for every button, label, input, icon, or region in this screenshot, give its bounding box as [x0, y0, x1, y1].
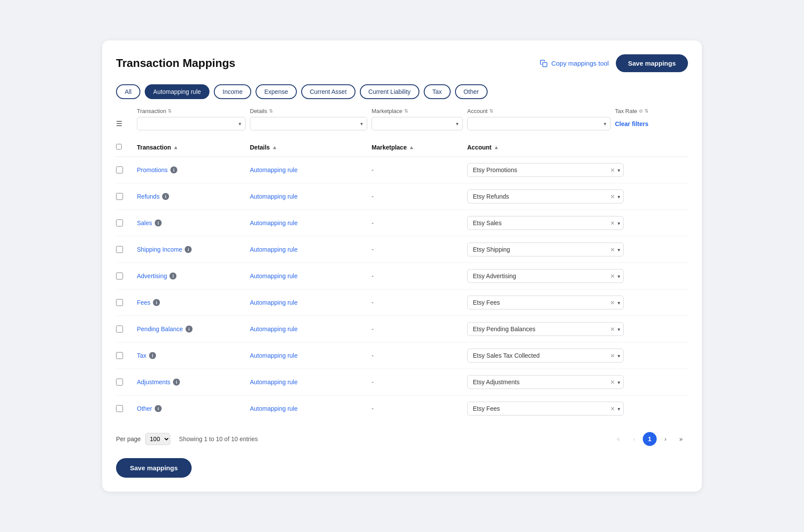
- marketplace-filter[interactable]: [372, 117, 463, 130]
- transaction-link-1[interactable]: Refunds: [137, 193, 159, 200]
- info-icon-4[interactable]: i: [169, 273, 176, 279]
- select-all-checkbox[interactable]: [116, 144, 122, 150]
- clear-filters-button[interactable]: Clear filters: [615, 120, 648, 127]
- account-chevron-2[interactable]: ▾: [618, 220, 620, 226]
- details-link-1[interactable]: Automapping rule: [250, 193, 298, 200]
- details-link-2[interactable]: Automapping rule: [250, 219, 298, 226]
- account-select-2[interactable]: Etsy Sales: [467, 216, 624, 230]
- account-chevron-6[interactable]: ▾: [618, 326, 620, 332]
- account-select-5[interactable]: Etsy Fees: [467, 296, 624, 309]
- th-sort-account[interactable]: ▲: [494, 144, 499, 150]
- info-icon-0[interactable]: i: [170, 166, 177, 173]
- info-icon-8[interactable]: i: [173, 379, 180, 386]
- account-clear-2[interactable]: ✕: [610, 220, 615, 226]
- info-icon-1[interactable]: i: [162, 193, 169, 200]
- row-checkbox-5[interactable]: [116, 299, 123, 306]
- row-checkbox-0[interactable]: [116, 166, 123, 173]
- account-select-6[interactable]: Etsy Pending Balances: [467, 322, 624, 336]
- tab-income[interactable]: Income: [214, 84, 251, 99]
- th-sort-transaction[interactable]: ▲: [173, 144, 179, 150]
- info-icon-9[interactable]: i: [155, 405, 162, 412]
- row-checkbox-6[interactable]: [116, 326, 123, 332]
- tab-other[interactable]: Other: [455, 84, 488, 99]
- first-page-button[interactable]: «: [611, 432, 625, 446]
- account-chevron-3[interactable]: ▾: [618, 246, 620, 253]
- account-chevron-5[interactable]: ▾: [618, 299, 620, 306]
- account-select-3[interactable]: Etsy Shipping: [467, 243, 624, 256]
- account-clear-0[interactable]: ✕: [610, 167, 615, 173]
- account-clear-3[interactable]: ✕: [610, 246, 615, 253]
- account-clear-8[interactable]: ✕: [610, 379, 615, 386]
- sort-icon-account[interactable]: ⇅: [489, 108, 493, 114]
- account-chevron-4[interactable]: ▾: [618, 273, 620, 279]
- info-icon-5[interactable]: i: [153, 299, 160, 306]
- row-checkbox-4[interactable]: [116, 273, 123, 279]
- info-icon-6[interactable]: i: [186, 326, 193, 332]
- info-icon-2[interactable]: i: [155, 219, 162, 226]
- details-link-5[interactable]: Automapping rule: [250, 299, 298, 306]
- account-clear-7[interactable]: ✕: [610, 352, 615, 359]
- row-checkbox-3[interactable]: [116, 246, 123, 253]
- row-checkbox-1[interactable]: [116, 193, 123, 200]
- row-checkbox-9[interactable]: [116, 405, 123, 412]
- transaction-link-7[interactable]: Tax: [137, 352, 146, 359]
- transaction-link-5[interactable]: Fees: [137, 299, 150, 306]
- sort-icon-tax-rate[interactable]: ⇅: [645, 108, 648, 114]
- details-filter[interactable]: [250, 117, 367, 130]
- account-clear-9[interactable]: ✕: [610, 406, 615, 412]
- details-link-9[interactable]: Automapping rule: [250, 405, 298, 412]
- transaction-link-3[interactable]: Shipping Income: [137, 246, 182, 253]
- account-chevron-9[interactable]: ▾: [618, 406, 620, 412]
- account-chevron-8[interactable]: ▾: [618, 379, 620, 385]
- tab-all[interactable]: All: [116, 84, 140, 99]
- account-select-4[interactable]: Etsy Advertising: [467, 269, 624, 283]
- info-icon-7[interactable]: i: [149, 352, 156, 359]
- transaction-link-9[interactable]: Other: [137, 405, 152, 412]
- details-link-6[interactable]: Automapping rule: [250, 326, 298, 332]
- transaction-link-6[interactable]: Pending Balance: [137, 326, 183, 332]
- details-link-8[interactable]: Automapping rule: [250, 379, 298, 386]
- account-clear-6[interactable]: ✕: [610, 326, 615, 332]
- tab-current-asset[interactable]: Current Asset: [301, 84, 355, 99]
- details-link-4[interactable]: Automapping rule: [250, 273, 298, 279]
- details-link-0[interactable]: Automapping rule: [250, 166, 298, 173]
- account-select-8[interactable]: Etsy Adjustments: [467, 375, 624, 389]
- save-mappings-header-button[interactable]: Save mappings: [616, 54, 688, 72]
- account-chevron-0[interactable]: ▾: [618, 167, 620, 173]
- details-link-7[interactable]: Automapping rule: [250, 352, 298, 359]
- account-filter[interactable]: [467, 117, 611, 130]
- account-select-1[interactable]: Etsy Refunds: [467, 190, 624, 203]
- account-clear-1[interactable]: ✕: [610, 193, 615, 200]
- account-select-0[interactable]: Etsy Promotions: [467, 163, 624, 177]
- transaction-link-0[interactable]: Promotions: [137, 166, 168, 173]
- th-sort-marketplace[interactable]: ▲: [409, 144, 414, 150]
- transaction-link-2[interactable]: Sales: [137, 219, 152, 226]
- next-page-button[interactable]: ›: [658, 432, 672, 446]
- last-page-button[interactable]: »: [674, 432, 688, 446]
- tab-automapping[interactable]: Automapping rule: [145, 84, 210, 99]
- info-icon-3[interactable]: i: [185, 246, 192, 253]
- account-select-9[interactable]: Etsy Fees: [467, 402, 624, 416]
- per-page-select[interactable]: 100 50 25: [145, 433, 170, 445]
- th-sort-details[interactable]: ▲: [272, 144, 277, 150]
- page-1-button[interactable]: 1: [643, 432, 657, 446]
- tab-tax[interactable]: Tax: [424, 84, 451, 99]
- sort-icon-transaction[interactable]: ⇅: [168, 108, 172, 114]
- transaction-filter[interactable]: [137, 117, 246, 130]
- account-select-7[interactable]: Etsy Sales Tax Collected: [467, 349, 624, 362]
- sort-icon-marketplace[interactable]: ⇅: [404, 108, 408, 114]
- prev-page-button[interactable]: ‹: [627, 432, 641, 446]
- row-checkbox-7[interactable]: [116, 352, 123, 359]
- details-link-3[interactable]: Automapping rule: [250, 246, 298, 253]
- row-checkbox-2[interactable]: [116, 219, 123, 226]
- save-mappings-bottom-button[interactable]: Save mappings: [116, 458, 192, 478]
- row-checkbox-8[interactable]: [116, 379, 123, 386]
- tab-expense[interactable]: Expense: [256, 84, 296, 99]
- transaction-link-8[interactable]: Adjustments: [137, 379, 170, 386]
- copy-tool-button[interactable]: Copy mappings tool: [540, 60, 609, 67]
- account-chevron-7[interactable]: ▾: [618, 352, 620, 359]
- account-chevron-1[interactable]: ▾: [618, 193, 620, 200]
- sort-icon-details[interactable]: ⇅: [269, 108, 273, 114]
- account-clear-4[interactable]: ✕: [610, 273, 615, 279]
- tab-current-liability[interactable]: Current Liability: [360, 84, 419, 99]
